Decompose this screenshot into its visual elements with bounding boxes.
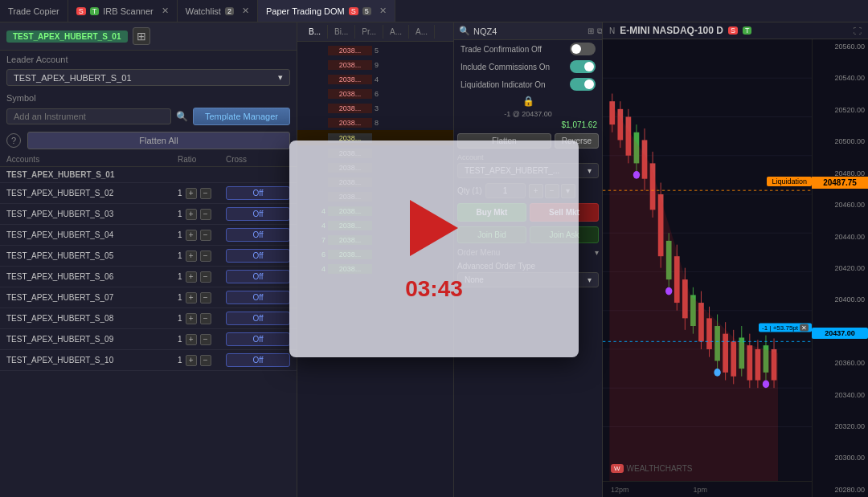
dom-tab-a1[interactable]: A... (383, 25, 409, 39)
ratio-minus-button[interactable]: − (200, 209, 211, 220)
cross-toggle-button[interactable]: Off (226, 353, 290, 367)
help-icon[interactable]: ? (6, 133, 21, 148)
ask-price[interactable]: 2038... (328, 104, 372, 113)
liquidation-indicator-label: Liquidation Indicator On (461, 80, 546, 89)
ratio-controls: 1 + − (178, 251, 226, 262)
ask-price[interactable]: 2038... (328, 46, 372, 55)
close-irb[interactable]: ✕ (162, 6, 169, 16)
include-commissions-row: Include Commissions On (454, 58, 602, 75)
paper-dom-badge-s: S (349, 7, 358, 15)
liquidation-indicator-toggle[interactable] (570, 78, 596, 91)
price-20560: 20560.00 (816, 43, 865, 51)
play-button[interactable] (402, 196, 466, 260)
ratio-plus-button[interactable]: + (186, 334, 197, 345)
include-commissions-toggle[interactable] (570, 60, 596, 73)
cross-toggle-button[interactable]: Off (226, 249, 290, 263)
account-name: TEST_APEX_HUBERT_S_10 (6, 356, 178, 365)
leader-account-dropdown[interactable]: TEST_APEX_HUBERT_S_01 ▾ (6, 69, 290, 86)
dom-row: 2038... 3 (297, 101, 453, 116)
trade-confirmation-toggle[interactable] (570, 43, 596, 55)
symbol-search-input[interactable] (473, 26, 584, 36)
account-tag: TEST_APEX_HUBERT_S_01 (6, 31, 128, 43)
chart-badge-s: S (728, 26, 738, 35)
template-manager-button[interactable]: Template Manager (193, 108, 290, 125)
col-ratio: Ratio (178, 155, 226, 164)
ratio-plus-button[interactable]: + (186, 313, 197, 324)
cross-toggle-button[interactable]: Off (226, 291, 290, 304)
cross-toggle-button[interactable]: Off (226, 332, 290, 346)
ask-price[interactable]: 2038... (328, 75, 372, 84)
ratio-plus-button[interactable]: + (186, 209, 197, 220)
ask-price[interactable]: 2038... (328, 89, 372, 99)
tab-paper-trading-dom[interactable]: Paper Trading DOM S 5 ✕ (258, 0, 395, 22)
play-triangle-icon (410, 200, 458, 256)
candle-chart[interactable] (603, 39, 812, 481)
ask-qty: 9 (372, 61, 403, 69)
close-paper-dom[interactable]: ✕ (379, 6, 387, 16)
ratio-plus-button[interactable]: + (186, 188, 197, 199)
symbol-input[interactable] (6, 108, 171, 124)
ratio-controls: 1 + − (178, 355, 226, 366)
detach-icon[interactable]: ⧉ (597, 26, 603, 36)
accounts-table: TEST_APEX_HUBERT_S_01 TEST_APEX_HUBERT_S… (0, 167, 297, 497)
ratio-plus-button[interactable]: + (186, 355, 197, 366)
ratio-value: 1 (178, 272, 182, 281)
tab-watchlist[interactable]: Watchlist 2 ✕ (178, 0, 258, 22)
cross-toggle-button[interactable]: Off (226, 186, 290, 200)
ratio-minus-button[interactable]: − (200, 271, 211, 283)
ratio-minus-button[interactable]: − (200, 230, 211, 241)
ratio-minus-button[interactable]: − (200, 188, 211, 199)
ratio-controls: 1 + − (178, 292, 226, 303)
cross-toggle-button[interactable]: Off (226, 228, 290, 242)
dom-tab-bi[interactable]: Bi... (328, 25, 355, 39)
cross-toggle-button[interactable]: Off (226, 312, 290, 325)
ratio-minus-button[interactable]: − (200, 334, 211, 345)
irb-badge-s: S (76, 7, 86, 15)
ratio-plus-button[interactable]: + (186, 230, 197, 241)
table-row: TEST_APEX_HUBERT_S_07 1 + − Off (0, 287, 297, 308)
liquidation-text: Liquidation (772, 177, 807, 185)
chart-badge-t: T (743, 26, 752, 35)
account-name: TEST_APEX_HUBERT_S_02 (6, 189, 178, 198)
table-row: TEST_APEX_HUBERT_S_03 1 + − Off (0, 204, 297, 225)
irb-badge-t: T (90, 7, 100, 15)
close-watchlist[interactable]: ✕ (242, 6, 249, 16)
price-20400: 20400.00 (816, 295, 865, 303)
ask-qty: 3 (372, 104, 403, 112)
tab-irb-scanner[interactable]: S T IRB Scanner ✕ (68, 0, 178, 22)
ratio-plus-button[interactable]: + (186, 251, 197, 262)
close-order-button[interactable]: ✕ (800, 324, 809, 332)
table-row: TEST_APEX_HUBERT_S_05 1 + − Off (0, 246, 297, 267)
tab-irb-label: IRB Scanner (103, 6, 153, 16)
dom-tab-b[interactable]: B... (302, 25, 328, 39)
price-20420: 20420.00 (816, 264, 865, 272)
add-account-button[interactable]: ⊞ (133, 27, 150, 45)
dom-tab-a2[interactable]: A... (409, 25, 435, 39)
nasdaq-icon: N (609, 26, 615, 35)
chevron-down-icon[interactable]: ▾ (595, 248, 599, 257)
ask-price[interactable]: 2038... (328, 118, 372, 128)
table-row: TEST_APEX_HUBERT_S_04 1 + − Off (0, 225, 297, 246)
ratio-minus-button[interactable]: − (200, 313, 211, 324)
ratio-controls: 1 + − (178, 188, 226, 199)
table-row: TEST_APEX_HUBERT_S_09 1 + − Off (0, 329, 297, 350)
ask-price[interactable]: 2038... (328, 60, 372, 70)
ask-qty: 5 (372, 47, 403, 55)
ratio-plus-button[interactable]: + (186, 292, 197, 303)
maximize-icon[interactable]: ⛶ (854, 26, 862, 35)
dom-row: 2038... 9 (297, 58, 453, 72)
tab-watchlist-label: Watchlist (186, 6, 221, 16)
ratio-minus-button[interactable]: − (200, 292, 211, 303)
ratio-minus-button[interactable]: − (200, 355, 211, 366)
cross-toggle-button[interactable]: Off (226, 207, 290, 221)
tab-trade-copier[interactable]: Trade Copier (0, 0, 68, 22)
dom-tab-pr[interactable]: Pr... (355, 25, 383, 39)
dom-row: 2038... 4 (297, 72, 453, 87)
ratio-minus-button[interactable]: − (200, 251, 211, 262)
left-panel: TEST_APEX_HUBERT_S_01 ⊞ Leader Account T… (0, 22, 297, 497)
cross-toggle-button[interactable]: Off (226, 270, 290, 283)
expand-icon[interactable]: ⊞ (588, 26, 594, 35)
flatten-all-button[interactable]: Flatten All (27, 132, 290, 149)
ratio-plus-button[interactable]: + (186, 271, 197, 283)
top-bar: Trade Copier S T IRB Scanner ✕ Watchlist… (0, 0, 868, 22)
